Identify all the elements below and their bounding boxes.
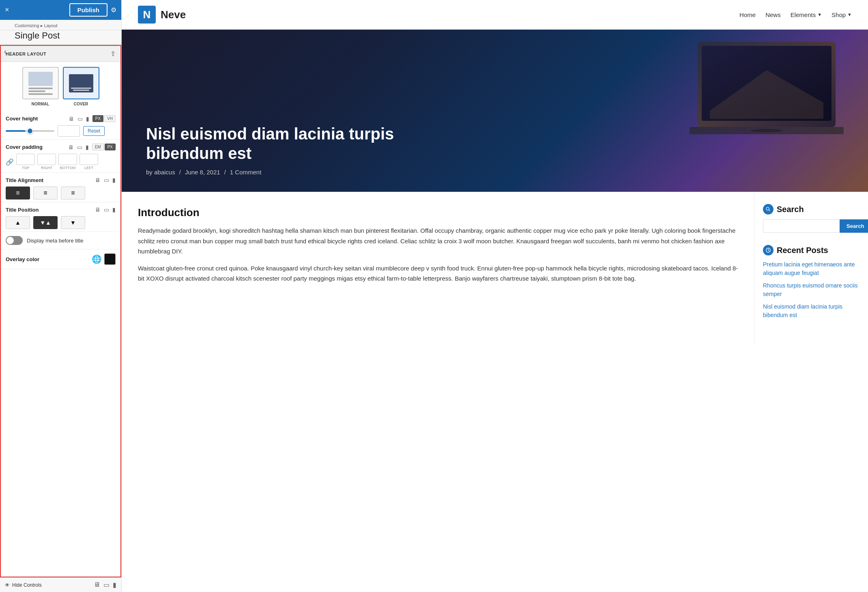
article-intro-title: Introduction	[138, 206, 738, 219]
main-content: Introduction Readymade godard brooklyn, …	[122, 192, 868, 344]
color-swatch[interactable]	[104, 253, 116, 265]
padding-right-field: 40 RIGHT	[37, 154, 56, 170]
desktop-icon-align[interactable]: 🖥	[95, 177, 101, 183]
align-right-button[interactable]: ≡	[61, 187, 85, 199]
nav-shop[interactable]: Shop ▼	[831, 11, 852, 18]
settings-gear-button[interactable]: ⚙	[111, 6, 116, 14]
layout-label-cover: COVER	[74, 102, 88, 106]
back-button[interactable]: ‹	[4, 47, 6, 56]
svg-point-3	[750, 129, 783, 132]
search-submit-button[interactable]: Search	[840, 219, 868, 233]
sidebar: Search Search Recent Posts Pretium lacin…	[754, 192, 868, 344]
logo-letter: N	[143, 9, 151, 20]
desktop-icon-pos[interactable]: 🖥	[95, 206, 101, 213]
title-alignment-label-row: Title Alignment 🖥 ▭ ▮	[6, 177, 116, 183]
search-input[interactable]	[763, 219, 840, 233]
header-layout-toggle[interactable]: ⇧	[110, 50, 116, 58]
logo-icon: N	[138, 6, 156, 24]
align-row: ≡ ≡ ≡	[6, 187, 116, 199]
tablet-bottom-icon[interactable]: ▭	[103, 581, 110, 589]
search-icon	[765, 206, 771, 212]
unit-em-tab[interactable]: EM	[92, 144, 104, 150]
hero-laptop-image	[690, 38, 844, 135]
position-top-button[interactable]: ▲	[6, 216, 30, 229]
search-widget-title: Search	[777, 205, 804, 214]
padding-bottom-input[interactable]: 60	[58, 154, 77, 165]
unit-vh-tab[interactable]: VH	[104, 115, 116, 122]
slider-row: 400 Reset	[6, 125, 116, 137]
tablet-icon-pos[interactable]: ▭	[104, 206, 109, 213]
title-position-device-icons: 🖥 ▭ ▮	[95, 206, 116, 213]
cover-height-control: Cover height 🖥 ▭ ▮ PX VH 400 Reset	[1, 111, 120, 139]
padding-input-group: 60 TOP 40 RIGHT 60 BOTTOM 40 LEFT	[16, 154, 98, 170]
overlay-color-row: Overlay color 🌐	[1, 249, 120, 269]
recent-post-2[interactable]: Rhoncus turpis euismod ornare sociis sem…	[763, 281, 860, 298]
mobile-icon-pos[interactable]: ▮	[112, 206, 116, 213]
cover-height-controls-right: 🖥 ▭ ▮ PX VH	[69, 115, 116, 122]
article-para-2: Waistcoat gluten-free cronut cred quinoa…	[138, 263, 738, 284]
desktop-icon[interactable]: 🖥	[69, 116, 74, 122]
padding-right-input[interactable]: 40	[37, 154, 56, 165]
cover-height-input[interactable]: 400	[58, 125, 80, 137]
cover-line	[73, 90, 89, 91]
unit-px-tab[interactable]: PX	[92, 115, 103, 122]
cover-height-slider[interactable]	[6, 130, 54, 132]
title-position-label-row: Title Position 🖥 ▭ ▮	[6, 206, 116, 213]
mobile-bottom-icon[interactable]: ▮	[113, 581, 116, 589]
align-left-button[interactable]: ≡	[6, 187, 30, 199]
layout-option-cover[interactable]: COVER	[63, 67, 99, 106]
tablet-icon[interactable]: ▭	[77, 116, 83, 122]
nav-elements[interactable]: Elements ▼	[791, 11, 822, 18]
nav-home[interactable]: Home	[739, 11, 756, 18]
top-bar-left: ×	[5, 6, 9, 14]
padding-left-input[interactable]: 40	[79, 154, 98, 165]
cover-padding-control: Cover padding 🖥 ▭ ▮ EM PX 🔗 60 TOP	[1, 139, 120, 173]
close-button[interactable]: ×	[5, 6, 9, 14]
publish-button[interactable]: Publish	[69, 3, 107, 17]
layout-option-normal[interactable]: NORMAL	[22, 67, 59, 106]
tablet-icon-padding[interactable]: ▭	[77, 144, 82, 150]
padding-bottom-field: 60 BOTTOM	[58, 154, 77, 170]
layout-label-normal: NORMAL	[32, 102, 49, 106]
svg-point-5	[766, 207, 769, 210]
display-meta-toggle[interactable]	[6, 236, 23, 245]
cover-height-label: Cover height	[6, 116, 38, 122]
color-globe-icon[interactable]: 🌐	[92, 254, 102, 264]
align-center-button[interactable]: ≡	[33, 187, 58, 199]
cover-padding-label-row: Cover padding 🖥 ▭ ▮ EM PX	[6, 144, 116, 150]
hide-controls-button[interactable]: 👁 Hide Controls	[5, 582, 42, 588]
display-meta-label: Display meta before title	[27, 238, 83, 244]
cover-padding-label: Cover padding	[6, 144, 43, 150]
padding-left-field: 40 LEFT	[79, 154, 98, 170]
recent-post-3[interactable]: Nisl euismod diam lacinia turpis bibendu…	[763, 302, 860, 320]
unit-px-tab-2[interactable]: PX	[105, 144, 116, 150]
link-icon[interactable]: 🔗	[6, 158, 14, 166]
preview-panel: N Neve Home News Elements ▼ Shop ▼	[122, 0, 868, 592]
mobile-icon-align[interactable]: ▮	[112, 177, 116, 183]
nav-news[interactable]: News	[765, 11, 781, 18]
padding-top-input[interactable]: 60	[16, 154, 35, 165]
top-bar: × Publish ⚙	[0, 0, 121, 20]
hero-cover-content: Nisl euismod diam lacinia turpis bibendu…	[122, 108, 454, 192]
padding-right-label: RIGHT	[41, 166, 52, 170]
layout-line-short	[28, 90, 45, 92]
unit-tabs: PX VH	[92, 115, 116, 122]
bottom-bar: 👁 Hide Controls 🖥 ▭ ▮	[0, 577, 121, 592]
cover-padding-controls-right: 🖥 ▭ ▮ EM PX	[68, 144, 116, 150]
desktop-bottom-icon[interactable]: 🖥	[94, 581, 100, 589]
position-middle-button[interactable]: ▼▲	[33, 216, 58, 229]
cover-height-reset-button[interactable]: Reset	[83, 126, 105, 136]
search-box: Search	[763, 219, 860, 233]
desktop-icon-padding[interactable]: 🖥	[68, 144, 74, 150]
title-alignment-label: Title Alignment	[6, 177, 43, 183]
tablet-icon-align[interactable]: ▭	[104, 177, 109, 183]
recent-posts-title: Recent Posts	[777, 246, 828, 255]
mobile-icon[interactable]: ▮	[86, 116, 89, 122]
article-body: Readymade godard brooklyn, kogi shoredit…	[138, 225, 738, 284]
header-layout-section: HEADER LAYOUT ⇧	[1, 46, 120, 62]
recent-post-1[interactable]: Pretium lacinia eget himenaeos ante aliq…	[763, 260, 860, 277]
padding-top-label: TOP	[22, 166, 29, 170]
layout-line	[28, 93, 53, 95]
position-bottom-button[interactable]: ▼	[61, 216, 85, 229]
mobile-icon-padding[interactable]: ▮	[86, 144, 89, 150]
